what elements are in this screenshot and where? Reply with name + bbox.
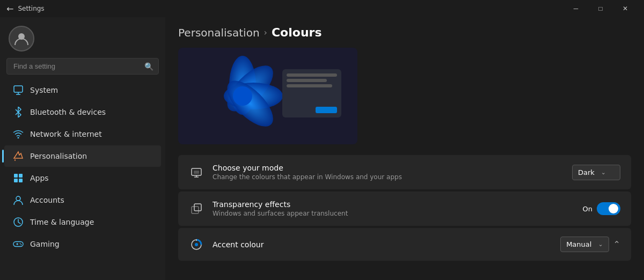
svg-rect-1 [14, 86, 23, 92]
accent-value: Manual [566, 240, 591, 248]
sidebar-item-system[interactable]: System [4, 79, 161, 101]
svg-point-16 [21, 244, 22, 245]
choose-mode-dropdown[interactable]: Dark ⌄ [572, 165, 620, 180]
transparency-text: Transparency effects Windows and surface… [213, 200, 574, 217]
gaming-icon [13, 239, 24, 249]
accent-down-chevron: ⌄ [598, 241, 603, 248]
choose-mode-desc: Change the colours that appear in Window… [213, 173, 564, 181]
accent-control: Manual ⌄ ⌃ [560, 237, 620, 252]
personalisation-icon [13, 151, 24, 161]
breadcrumb: Personalisation › Colours [178, 26, 631, 39]
sidebar-item-personalisation[interactable]: Personalisation [4, 145, 161, 167]
choose-mode-title: Choose your mode [213, 164, 564, 172]
search-input[interactable] [6, 58, 159, 75]
svg-point-29 [195, 243, 198, 246]
accent-title: Accent colour [213, 240, 552, 249]
close-button[interactable]: ✕ [613, 0, 638, 17]
preview-button [316, 107, 337, 113]
sidebar-item-bluetooth[interactable]: Bluetooth & devices [4, 101, 161, 123]
sidebar-item-accounts[interactable]: Accounts [4, 189, 161, 211]
user-icon [14, 31, 29, 46]
choose-mode-icon [189, 165, 204, 180]
sidebar-label-time: Time & language [30, 218, 94, 226]
minimize-button[interactable]: ─ [564, 0, 588, 17]
avatar[interactable] [9, 26, 34, 51]
transparency-toggle-label: On [583, 205, 592, 213]
choose-mode-value: Dark [578, 168, 595, 176]
svg-point-15 [20, 243, 21, 244]
accent-text: Accent colour [213, 240, 552, 249]
choose-mode-text: Choose your mode Change the colours that… [213, 164, 564, 181]
setting-row-choose-mode: Choose your mode Change the colours that… [178, 155, 631, 189]
sidebar-label-network: Network & internet [30, 130, 102, 138]
setting-row-accent: Accent colour Manual ⌄ ⌃ [178, 228, 631, 261]
maximize-button[interactable]: □ [588, 0, 613, 17]
svg-rect-27 [194, 204, 201, 211]
transparency-control: On [583, 202, 620, 215]
preview-line-3 [287, 84, 332, 87]
transparency-title: Transparency effects [213, 200, 574, 209]
preview-line-2 [287, 79, 327, 82]
svg-rect-9 [19, 179, 23, 182]
svg-rect-26 [192, 207, 199, 213]
breadcrumb-current: Colours [272, 26, 322, 39]
choose-mode-control: Dark ⌄ [572, 165, 620, 180]
choose-mode-chevron: ⌄ [601, 169, 606, 176]
breadcrumb-chevron: › [264, 27, 267, 38]
sidebar-label-system: System [30, 86, 58, 94]
svg-rect-6 [14, 174, 18, 178]
time-icon [13, 217, 24, 227]
svg-point-10 [16, 196, 20, 201]
transparency-toggle[interactable] [597, 202, 620, 215]
preview-line-1 [287, 73, 337, 77]
transparency-icon [189, 201, 204, 216]
sidebar-nav: System Bluetooth & devices [0, 79, 165, 255]
svg-point-4 [18, 137, 19, 139]
windows-flower [189, 53, 296, 139]
svg-rect-7 [19, 174, 23, 178]
sidebar-item-network[interactable]: Network & internet [4, 123, 161, 145]
sidebar-item-time[interactable]: Time & language [4, 211, 161, 233]
preview-window [282, 69, 341, 117]
sidebar-label-gaming: Gaming [30, 240, 60, 248]
content-area: Personalisation › Colours [165, 17, 644, 280]
toggle-thumb [609, 204, 618, 213]
search-box[interactable]: 🔍 [6, 58, 159, 75]
apps-icon [13, 173, 24, 183]
sidebar-item-gaming[interactable]: Gaming [4, 233, 161, 255]
preview-image [178, 48, 357, 144]
sidebar: 🔍 System Blu [0, 17, 165, 280]
search-icon: 🔍 [144, 62, 153, 71]
accent-icon [189, 237, 204, 252]
window-controls: ─ □ ✕ [564, 0, 638, 17]
app-title: Settings [18, 5, 44, 12]
network-icon [13, 129, 24, 139]
setting-row-transparency: Transparency effects Windows and surface… [178, 191, 631, 226]
title-bar: ← Settings ─ □ ✕ [0, 0, 644, 17]
transparency-toggle-wrapper: On [583, 202, 620, 215]
svg-point-21 [233, 86, 252, 106]
svg-rect-25 [194, 171, 199, 174]
sidebar-item-apps[interactable]: Apps [4, 167, 161, 189]
sidebar-label-apps: Apps [30, 174, 49, 182]
accounts-icon [13, 195, 24, 205]
accent-dropdown[interactable]: Manual ⌄ [560, 237, 609, 252]
bluetooth-icon [13, 107, 24, 117]
breadcrumb-parent: Personalisation [178, 26, 260, 39]
accent-expand-chevron[interactable]: ⌃ [613, 239, 620, 249]
transparency-desc: Windows and surfaces appear translucent [213, 210, 574, 217]
sidebar-label-personalisation: Personalisation [30, 152, 87, 160]
sidebar-label-accounts: Accounts [30, 196, 64, 204]
back-icon[interactable]: ← [6, 4, 13, 14]
sidebar-label-bluetooth: Bluetooth & devices [30, 108, 106, 116]
svg-rect-8 [14, 179, 18, 182]
system-icon [13, 85, 24, 95]
main-layout: 🔍 System Blu [0, 17, 644, 280]
user-section [0, 17, 165, 58]
